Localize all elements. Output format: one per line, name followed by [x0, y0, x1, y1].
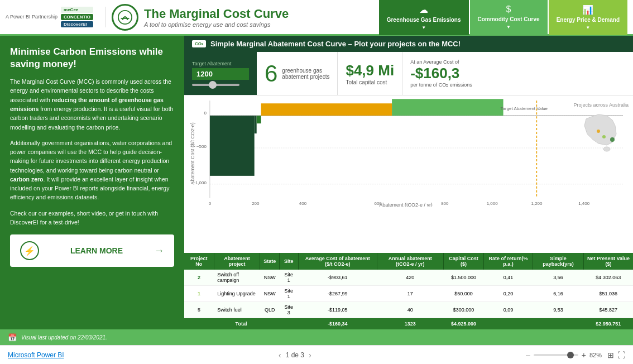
table-row: 5 Switch fuel QLD Site 3 -$119,05 40 $30…: [184, 302, 633, 318]
co2-badge: CO₂: [192, 40, 206, 47]
page-indicator: 1 de 3: [286, 351, 304, 359]
capital-value: $4,9 Mi: [346, 62, 394, 79]
australia-label: Projects across Australia: [573, 102, 629, 108]
main-content: Minimise Carbon Emissions while saving m…: [0, 36, 633, 329]
chart-svg: Abatement Cost ($/t CO2-e) 0 −500 −1,000…: [189, 98, 629, 207]
table-header-row: Project No Abatement project State Site …: [184, 253, 633, 270]
table-container: Project No Abatement project State Site …: [184, 253, 633, 329]
svg-text:200: 200: [252, 201, 260, 206]
th-npv: Net Present Value ($): [583, 253, 633, 270]
brand-text: The Marginal Cost Curve A tool to optimi…: [144, 7, 373, 28]
partnership-logos: A Power BI Partnership meCee CONCENTIO D…: [6, 7, 106, 27]
svg-text:Abatement Cost ($/t CO2-e): Abatement Cost ($/t CO2-e): [190, 122, 195, 185]
zoom-thumb[interactable]: [567, 352, 574, 358]
bar-project2: [210, 116, 255, 176]
svg-text:1,000: 1,000: [487, 201, 498, 206]
tab-greenhouse[interactable]: ☁ Greenhouse Gas Emissions ▼: [379, 0, 469, 35]
partner-tags: meCee CONCENTIO DiscoverEI: [61, 7, 93, 27]
chart-header: CO₂ Simple Marginal Abatement Cost Curve…: [184, 36, 633, 52]
svg-text:−500: −500: [196, 144, 207, 149]
chart-area: Abatement Cost ($/t CO2-e) 0 −500 −1,000…: [184, 95, 633, 253]
zoom-control: – + 82% ⊞ ⛶: [526, 351, 625, 360]
kpi-capital: $4,9 Mi Total capital cost: [338, 52, 402, 95]
kpi-row: Target Abatement 1200 6 greenhouse gas a…: [184, 52, 633, 95]
svg-text:0: 0: [204, 111, 207, 116]
fit-page-icon[interactable]: ⊞: [607, 351, 614, 360]
zoom-slider[interactable]: [534, 354, 578, 356]
chart-title: Simple Marginal Abatement Cost Curve – P…: [210, 40, 461, 48]
slider-track[interactable]: [192, 84, 239, 86]
slider-thumb[interactable]: [209, 81, 217, 89]
avgcost-suffix: per tonne of CO₂ emissions: [410, 82, 625, 88]
left-heading: Minimise Carbon Emissions while saving m…: [10, 46, 174, 70]
brand-icon: [112, 4, 138, 31]
bottom-bar: Microsoft Power BI ‹ 1 de 3 › – + 82% ⊞ …: [0, 345, 633, 364]
th-avg-cost: Average Cost of abatement ($/t CO2-e): [298, 253, 377, 270]
table-footer-row: Total -$160,34 1323 $4.925.000 $2.950.75…: [184, 318, 633, 330]
svg-text:800: 800: [441, 201, 449, 206]
kpi-avgcost: At an Average Cost of -$160,3 per tonne …: [402, 52, 633, 95]
avgcost-prefix: At an Average Cost of: [410, 59, 625, 65]
bar-large-green: [392, 99, 503, 116]
th-site: Site: [280, 253, 298, 270]
capital-label: Total capital cost: [346, 79, 394, 85]
right-panel: CO₂ Simple Marginal Abatement Cost Curve…: [184, 36, 633, 329]
left-panel: Minimise Carbon Emissions while saving m…: [0, 36, 184, 329]
svg-point-23: [602, 135, 606, 138]
svg-text:0: 0: [209, 201, 212, 206]
bar-project1: [255, 116, 257, 133]
left-para1: The Marginal Cost Curve (MCC) is commonl…: [10, 77, 174, 132]
prev-page-arrow[interactable]: ‹: [279, 351, 281, 360]
svg-text:1,200: 1,200: [531, 201, 543, 206]
table-row: 2 Switch off campaign NSW Site 1 -$903,6…: [184, 270, 633, 286]
target-abatement: Target Abatement 1200: [184, 52, 257, 95]
australia-map: Projects across Australia: [573, 102, 629, 156]
left-para3: Check our our examples, short video, or …: [10, 209, 174, 227]
tab-commodity[interactable]: $ Commodity Cost Curve ▼: [470, 0, 548, 35]
svg-text:Target Abatement Value: Target Abatement Value: [501, 106, 548, 111]
target-value: 1200: [192, 68, 249, 80]
learn-more-button[interactable]: ⚡ LEARN MORE →: [10, 234, 174, 267]
th-project-name: Abatement project: [214, 253, 260, 270]
bar-orange: [261, 103, 392, 116]
svg-point-22: [610, 137, 615, 142]
pagination: ‹ 1 de 3 ›: [279, 351, 311, 360]
th-annual: Annual abatement (tCO2-e / yr): [377, 253, 443, 270]
data-table: Project No Abatement project State Site …: [184, 253, 633, 329]
zoom-plus[interactable]: +: [582, 351, 586, 360]
tab-energy[interactable]: 📊 Energy Price & Demand ▼: [549, 0, 627, 35]
svg-text:−1,000: −1,000: [193, 180, 207, 185]
powerbi-link[interactable]: Microsoft Power BI: [8, 351, 64, 359]
powerbi-logo: A Power BI Partnership: [6, 14, 57, 21]
th-capital: Capital Cost ($): [443, 253, 483, 270]
footer-bar: 📅 Visual last updated on 22/03/2021.: [0, 329, 633, 345]
th-project-no: Project No: [184, 253, 214, 270]
avgcost-value: -$160,3: [410, 65, 625, 82]
th-state: State: [260, 253, 280, 270]
svg-text:400: 400: [299, 201, 307, 206]
bar-project5: [257, 116, 261, 123]
zoom-minus[interactable]: –: [526, 351, 530, 360]
zoom-level: 82%: [589, 352, 602, 358]
svg-text:Abatement (tCO2-e / yr): Abatement (tCO2-e / yr): [379, 202, 433, 207]
left-para2: Additionally government organisations, w…: [10, 138, 174, 202]
project-count: 6: [265, 62, 277, 85]
next-page-arrow[interactable]: ›: [309, 351, 311, 360]
svg-text:1,400: 1,400: [578, 201, 590, 206]
th-payback: Simple payback(yrs): [533, 253, 583, 270]
calendar-icon: 📅: [8, 333, 17, 342]
svg-point-24: [597, 130, 600, 133]
header: A Power BI Partnership meCee CONCENTIO D…: [0, 0, 633, 36]
footer-text: Visual last updated on 22/03/2021.: [21, 334, 107, 341]
fullscreen-icon[interactable]: ⛶: [617, 351, 625, 360]
th-rate: Rate of return(% p.a.): [484, 253, 533, 270]
nav-tabs: ☁ Greenhouse Gas Emissions ▼ $ Commodity…: [379, 0, 627, 35]
svg-point-21: [603, 147, 610, 151]
kpi-projects: 6 greenhouse gas abatement projects: [257, 52, 338, 95]
table-row: 1 Lighting Upgrade NSW Site 1 -$267,99 1…: [184, 286, 633, 302]
learn-btn-icon: ⚡: [20, 241, 39, 260]
